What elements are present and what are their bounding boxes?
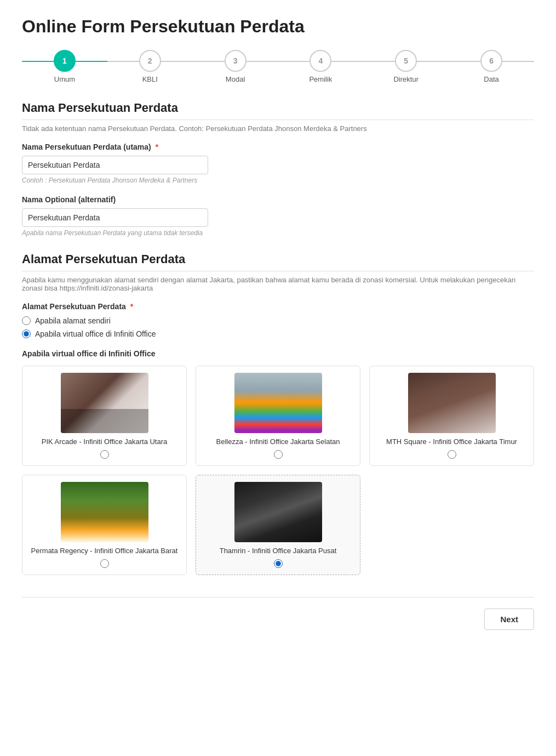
alamat-section-description: Apabila kamu menggunakan alamat sendiri … (22, 276, 534, 292)
vo-card-mth[interactable]: MTH Square - Infiniti Office Jakarta Tim… (369, 366, 534, 466)
stepper-label-6: Data (484, 75, 498, 83)
bottom-navigation: Next (22, 597, 534, 630)
radio-sendiri-text: Apabila alamat sendiri (35, 316, 111, 325)
vo-card-permata[interactable]: Permata Regency - Infiniti Office Jakart… (22, 475, 187, 575)
alamat-required-indicator: * (130, 302, 133, 311)
primary-name-input[interactable] (22, 156, 208, 174)
stepper-circle-1: 1 (54, 50, 76, 72)
vo-section-label: Apabila virtual office di Infiniti Offic… (22, 349, 534, 358)
vo-card-bellezza[interactable]: Bellezza - Infiniti Office Jakarta Selat… (196, 366, 360, 466)
vo-image-pik (61, 373, 148, 433)
alamat-field-group: Alamat Persekutuan Perdata * Apabila ala… (22, 302, 534, 338)
stepper-circle-5: 5 (395, 50, 417, 72)
vo-radio-bellezza[interactable] (274, 450, 283, 459)
vo-image-thamrin (234, 482, 322, 542)
vo-radio-thamrin[interactable] (274, 559, 283, 568)
vo-name-thamrin: Thamrin - Infiniti Office Jakarta Pusat (220, 547, 337, 555)
required-indicator: * (156, 143, 158, 151)
optional-name-label: Nama Optional (alternatif) (22, 195, 534, 204)
optional-name-field-group: Nama Optional (alternatif) Apabila nama … (22, 195, 534, 237)
vo-image-permata (61, 482, 148, 542)
stepper-circle-3: 3 (225, 50, 247, 72)
stepper-circle-4: 4 (309, 50, 331, 72)
radio-virtual[interactable] (22, 329, 31, 338)
stepper-step-4[interactable]: 4 Pemilik (278, 50, 363, 83)
stepper-label-4: Pemilik (309, 75, 332, 83)
page-title: Online Form Persekutuan Perdata (22, 16, 534, 37)
stepper-step-3[interactable]: 3 Modal (193, 50, 278, 83)
stepper-step-2[interactable]: 2 KBLI (107, 50, 193, 83)
vo-name-mth: MTH Square - Infiniti Office Jakarta Tim… (386, 437, 517, 446)
nama-section-title: Nama Persekutuan Perdata (22, 101, 534, 120)
radio-virtual-text: Apabila virtual office di Infiniti Offic… (35, 329, 156, 338)
vo-radio-pik[interactable] (100, 450, 109, 459)
stepper-step-6[interactable]: 6 Data (449, 50, 534, 83)
primary-name-label: Nama Persekutuan Perdata (utama) * (22, 143, 534, 151)
vo-radio-permata[interactable] (100, 559, 109, 568)
vo-name-permata: Permata Regency - Infiniti Office Jakart… (31, 547, 178, 555)
vo-image-mth (408, 373, 496, 433)
vo-radio-mth[interactable] (448, 450, 456, 459)
stepper-step-5[interactable]: 5 Direktur (363, 50, 449, 83)
primary-name-hint: Contoh : Persekutuan Perdata Jhonson Mer… (22, 177, 534, 184)
stepper-label-1: Umum (54, 75, 75, 83)
vo-image-bellezza (234, 373, 322, 433)
stepper-circle-2: 2 (139, 50, 161, 72)
vo-grid: PIK Arcade - Infiniti Office Jakarta Uta… (22, 366, 534, 575)
vo-name-pik: PIK Arcade - Infiniti Office Jakarta Uta… (42, 437, 168, 446)
radio-virtual-label[interactable]: Apabila virtual office di Infiniti Offic… (22, 329, 534, 338)
stepper-label-3: Modal (226, 75, 245, 83)
optional-name-input[interactable] (22, 208, 208, 227)
stepper-label-5: Direktur (393, 75, 419, 83)
stepper: 1 Umum 2 KBLI 3 Modal 4 Pemilik 5 Direkt… (22, 50, 534, 83)
stepper-label-2: KBLI (142, 75, 158, 83)
nama-section-description: Tidak ada ketentuan nama Persekutuan Per… (22, 124, 534, 133)
radio-sendiri-label[interactable]: Apabila alamat sendiri (22, 316, 534, 325)
alamat-field-label: Alamat Persekutuan Perdata * (22, 302, 534, 311)
alamat-section: Alamat Persekutuan Perdata Apabila kamu … (22, 252, 534, 575)
alamat-section-title: Alamat Persekutuan Perdata (22, 252, 534, 271)
vo-name-bellezza: Bellezza - Infiniti Office Jakarta Selat… (216, 437, 340, 446)
primary-name-field-group: Nama Persekutuan Perdata (utama) * Conto… (22, 143, 534, 184)
alamat-radio-group: Apabila alamat sendiri Apabila virtual o… (22, 316, 534, 338)
stepper-step-1[interactable]: 1 Umum (22, 50, 107, 83)
optional-name-hint: Apabila nama Persekutuan Perdata yang ut… (22, 229, 534, 237)
vo-card-thamrin[interactable]: Thamrin - Infiniti Office Jakarta Pusat (196, 475, 360, 575)
stepper-circle-6: 6 (480, 50, 502, 72)
next-button[interactable]: Next (484, 609, 534, 630)
vo-card-pik[interactable]: PIK Arcade - Infiniti Office Jakarta Uta… (22, 366, 187, 466)
radio-sendiri[interactable] (22, 316, 31, 325)
